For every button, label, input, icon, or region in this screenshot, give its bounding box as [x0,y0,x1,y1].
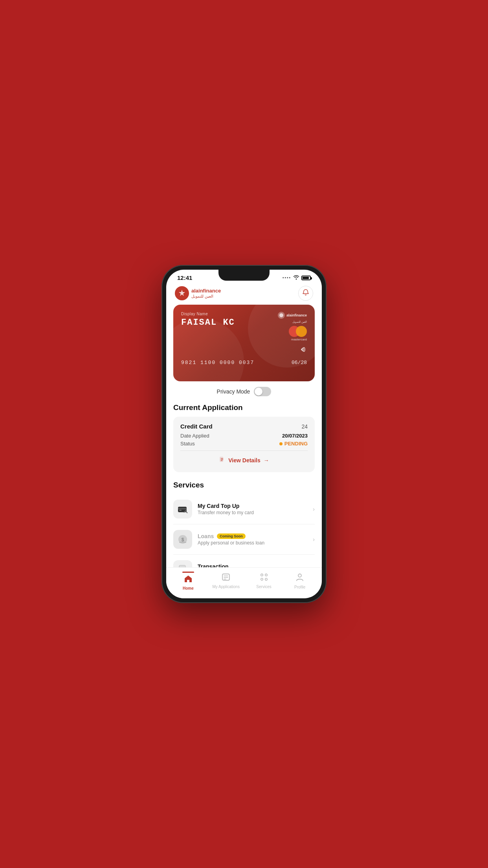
nav-services[interactable]: Services [252,573,276,589]
services-title: Services [173,481,315,489]
file-icon [219,456,225,464]
status-badge: PENDING [279,441,308,447]
applications-icon [222,573,230,583]
services-section: Services My Card Top Up [173,481,315,567]
svg-point-19 [261,578,262,580]
svg-point-17 [261,574,262,576]
svg-rect-8 [179,542,186,543]
profile-icon [295,573,304,584]
main-content: Display Name FAISAL KC alainfinance العي… [166,305,322,567]
svg-rect-2 [178,508,187,509]
app-card-number: 24 [301,423,308,430]
transaction-name: Transaction [198,563,313,567]
mastercard-label: mastercard [291,338,307,341]
nav-profile[interactable]: Profile [288,573,312,589]
battery-icon [301,276,311,280]
application-card: Credit Card 24 Date Applied 20/07/2023 S… [173,417,315,472]
status-value: PENDING [284,441,308,447]
loans-text: Loans Coming Soon Apply personal or busi… [198,533,313,546]
app-header: alainfinance العين للتمويل [166,283,322,305]
current-application-section: Current Application Credit Card 24 Date … [173,403,315,472]
date-applied-label: Date Applied [180,433,209,439]
logo-icon [175,286,189,300]
svg-rect-0 [220,457,223,462]
notification-button[interactable] [298,286,313,301]
privacy-toggle[interactable] [254,387,271,396]
chevron-right-icon: › [313,506,315,512]
credit-card: Display Name FAISAL KC alainfinance العي… [173,305,315,381]
status-label: Status [180,441,195,447]
card-topup-icon [173,500,192,519]
card-brand-logo: alainfinance العين للتمويل mastercard [278,312,307,341]
nav-profile-label: Profile [294,585,305,589]
card-display-name-label: Display Name [181,312,235,316]
arrow-right-icon: → [264,457,269,463]
privacy-mode-row: Privacy Mode [173,387,315,396]
nfc-icon [181,345,307,356]
loans-desc: Apply personal or business loan [198,540,313,546]
svg-point-21 [298,574,301,577]
home-icon [184,575,193,585]
nav-services-label: Services [256,585,271,589]
service-card-topup[interactable]: My Card Top Up Transfer money to my card… [173,494,315,524]
view-details-label: View Details [228,457,260,463]
logo-en: alainfinance [191,288,221,294]
svg-text:$: $ [182,537,184,542]
card-number: 9821 1100 0000 0037 [181,360,254,366]
logo-text: alainfinance العين للتمويل [191,288,221,298]
coming-soon-badge: Coming Soon [217,533,246,539]
svg-point-18 [265,574,267,576]
transaction-text: Transaction View all of your transaction… [198,563,313,567]
service-transaction[interactable]: Transaction View all of your transaction… [173,555,315,567]
card-topup-desc: Transfer money to my card [198,510,313,515]
card-holder-name: FAISAL KC [181,318,235,327]
nav-home-label: Home [183,586,194,590]
chevron-right-icon-loans: › [313,536,315,542]
status-icons: •••• [283,275,311,281]
logo-ar: العين للتمويل [191,294,221,298]
app-card-title: Credit Card [180,423,213,430]
wifi-icon [293,275,299,281]
card-expiry: 06/28 [292,360,307,366]
view-details-button[interactable]: View Details → [180,455,308,466]
card-topup-text: My Card Top Up Transfer money to my card [198,503,313,515]
nav-home[interactable]: Home [176,572,200,590]
logo: alainfinance العين للتمويل [175,286,221,300]
transaction-icon [173,560,192,567]
services-icon [260,573,268,583]
date-applied-value: 20/07/2023 [282,433,308,439]
service-loans[interactable]: $ Loans Coming Soon Apply personal or bu… [173,524,315,555]
card-brand-name: alainfinance [286,313,307,317]
svg-point-20 [265,578,267,580]
loans-name: Loans Coming Soon [198,533,313,539]
nav-applications[interactable]: My Applications [212,573,239,589]
bottom-nav: Home My Applications [166,567,322,598]
status-time: 12:41 [177,274,192,281]
current-application-title: Current Application [173,403,315,412]
nav-applications-label: My Applications [212,585,239,589]
svg-rect-3 [179,510,182,511]
privacy-label: Privacy Mode [217,388,250,395]
signal-dots-icon: •••• [283,276,291,280]
loans-icon: $ [173,530,192,549]
bell-icon [302,289,309,298]
card-topup-name: My Card Top Up [198,503,313,509]
card-brand-ar: العين للتمويل [292,320,307,324]
